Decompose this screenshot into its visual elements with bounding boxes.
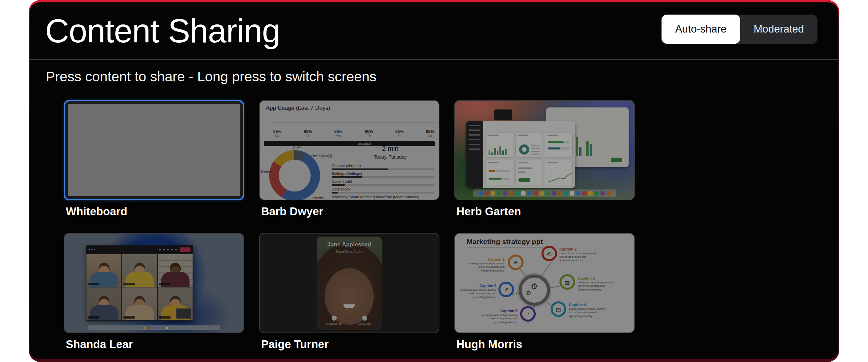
leave-button: [180, 247, 191, 252]
day-name: Mo: [273, 134, 281, 137]
donut-label-top: GIMP: [293, 146, 302, 150]
card-donut: [515, 132, 543, 158]
caption-5-circle: ◔: [520, 306, 536, 322]
center-gears-circle: ⚙ ⚙: [519, 275, 550, 306]
video-participant: [86, 254, 121, 287]
app-usage-list: Chrome (chrome) Settings (Settings) Code…: [332, 164, 434, 200]
toggle-option-auto-share[interactable]: Auto-share: [662, 15, 740, 44]
taskbar: Untagged: [264, 141, 435, 146]
app-row: Code (code): [332, 179, 434, 187]
video-participant: [122, 287, 157, 320]
hugh-morris-thumbnail[interactable]: Marketing strategy ppt ⚙ ⚙ ✳: [454, 233, 635, 333]
dark-widget: [494, 109, 512, 120]
card-bar-chart: [486, 132, 513, 158]
content-tile-barb-dwyer: App Usage (Last 7 Days) 86%Mo 86%Tu 86%W…: [259, 100, 439, 218]
whiteboard-thumbnail[interactable]: [64, 100, 244, 200]
remind-me-action: Remind Me: [322, 316, 346, 325]
green-button: [556, 158, 574, 162]
duration-label: 2 min: [361, 145, 419, 153]
card-text: [515, 160, 543, 185]
caption-4-circle: ▤: [551, 301, 566, 317]
day-percent: 86%: [334, 129, 342, 134]
windows-bloom-wallpaper: [66, 272, 242, 333]
donut-label-chrome: chrome: [313, 196, 324, 200]
app-usage-title: App Usage (Last 7 Days): [266, 105, 330, 112]
caption-3-circle: ▦: [559, 274, 575, 290]
caller-name: Jane Appleseed: [317, 241, 382, 248]
incoming-call-screen: Jane Appleseed FaceTime Audio Remind Me …: [317, 237, 382, 330]
app-row: MoarTray (MoarLauncher) MoarTray (MoarLa…: [332, 195, 434, 200]
background-window: [546, 107, 629, 167]
app-row: Dock (dock): [332, 187, 434, 195]
app-usage-donut-chart: [269, 150, 320, 200]
remind-me-icon: [332, 316, 337, 321]
day-percent: 86%: [273, 129, 281, 134]
header: Content Sharing Auto-share Moderated: [29, 2, 839, 60]
caption-block-6: Caption 6Lorem Ipsum is simply dummy tex…: [456, 284, 496, 299]
page-title: Content Sharing: [29, 12, 280, 50]
gridline: [273, 122, 435, 123]
video-participant: [158, 287, 193, 320]
barb-dwyer-thumbnail[interactable]: App Usage (Last 7 Days) 86%Mo 86%Tu 86%W…: [259, 100, 439, 200]
dashboard-window: [466, 121, 575, 188]
tile-label: Barb Dwyer: [259, 205, 439, 218]
share-mode-toggle[interactable]: Auto-share Moderated: [662, 15, 817, 44]
slide-title: Marketing strategy ppt: [467, 238, 543, 247]
herb-garten-thumbnail[interactable]: [454, 100, 635, 200]
card-progress: [545, 132, 573, 158]
sidebar: [466, 121, 484, 188]
tile-label: Paige Turner: [259, 338, 439, 351]
app-row: Chrome (chrome): [332, 164, 434, 172]
gear-icon: ⚙: [531, 282, 538, 291]
date-label: Today, Tuesday: [361, 154, 419, 160]
self-view: [176, 308, 191, 319]
app-row: Settings (Settings): [332, 172, 434, 179]
dashboard-cards: [486, 132, 573, 185]
donut-label-other-apps: Other Apps: [311, 154, 328, 158]
content-sharing-panel: Content Sharing Auto-share Moderated Pre…: [29, 2, 839, 359]
day-percent: 86%: [304, 129, 312, 134]
windows-bloom-wallpaper: [96, 233, 212, 325]
caption-block-4: Caption 4Lorem Ipsum is simply dummy tex…: [569, 303, 609, 318]
toggle-option-moderated[interactable]: Moderated: [740, 15, 817, 44]
gridline: [273, 128, 435, 128]
card-budget: [486, 160, 513, 185]
content-tile-shanda-lear: Shanda Lear: [64, 233, 244, 351]
day-percent-row: 86%Mo 86%Tu 86%We 86%Th 86%Fr 86%Sa: [273, 129, 434, 137]
video-grid: [86, 254, 193, 320]
content-tile-whiteboard: Whiteboard: [64, 100, 244, 218]
tile-label: Herb Garten: [454, 205, 635, 218]
day-name: Sa: [426, 134, 434, 137]
day-name: Th: [365, 134, 373, 137]
day-percent: 86%: [365, 129, 373, 134]
gauge-icon: ◔: [526, 311, 530, 317]
video-participant: [122, 254, 157, 287]
gear-icon: ⚙: [526, 289, 531, 297]
bar-chart: [555, 129, 622, 157]
paige-turner-thumbnail[interactable]: Jane Appleseed FaceTime Audio Remind Me …: [259, 233, 439, 333]
screen: Content Sharing Auto-share Moderated Pre…: [0, 0, 868, 362]
tile-label: Whiteboard: [64, 205, 244, 218]
message-icon: [362, 316, 367, 321]
chart-icon: ↗: [504, 286, 508, 293]
instructions-text: Press content to share - Long press to s…: [46, 69, 376, 85]
caption-block-2: Caption 2Lorem Ipsum is simply dummy tex…: [559, 247, 599, 262]
day-percent: 86%: [395, 129, 403, 134]
people-icon: ▦: [565, 279, 570, 285]
meeting-window: [86, 245, 193, 321]
content-tile-herb-garten: Herb Garten: [454, 100, 635, 218]
tile-label: Hugh Morris: [454, 338, 635, 351]
video-participant: [86, 287, 121, 320]
caption-6-circle: ↗: [498, 282, 514, 297]
caption-block-3: Caption 3Lorem Ipsum is simply dummy tex…: [578, 276, 618, 291]
day-percent: 86%: [426, 129, 434, 134]
green-button: [611, 158, 622, 162]
checkbox-icon: ☒: [328, 154, 332, 160]
content-tile-hugh-morris: Marketing strategy ppt ⚙ ⚙ ✳: [454, 233, 635, 351]
shanda-lear-thumbnail[interactable]: [64, 233, 244, 333]
untagged-label: Untagged: [358, 142, 371, 145]
device-red-frame: Content Sharing Auto-share Moderated Pre…: [29, 0, 839, 362]
caption-block-5: Caption 5Lorem Ipsum is simply dummy tex…: [477, 309, 517, 324]
content-tile-paige-turner: Jane Appleseed FaceTime Audio Remind Me …: [259, 233, 439, 351]
day-name: Tu: [304, 134, 312, 137]
